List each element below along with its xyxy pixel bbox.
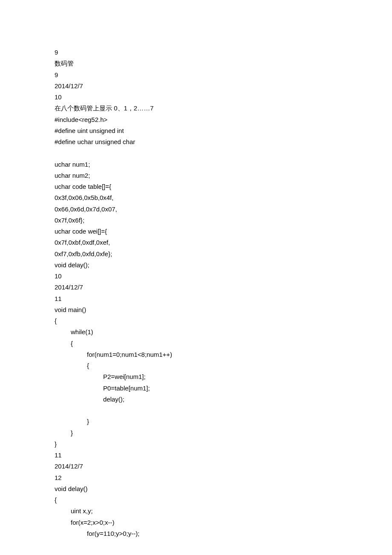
code-line: void delay(): [55, 483, 336, 494]
code-line: #define uchar unsigned char: [55, 136, 336, 147]
code-line: for(y=110;y>0;y--);: [55, 528, 336, 539]
code-line: 10: [55, 92, 336, 103]
code-line: {: [55, 494, 336, 506]
code-line: while(1): [55, 327, 336, 338]
code-line: P0=table[num1];: [55, 383, 336, 394]
code-line: void delay();: [55, 260, 336, 271]
code-line: P2=wei[num1];: [55, 371, 336, 382]
code-line: uchar code table[]={: [55, 181, 336, 192]
code-line: uint x,y;: [55, 506, 336, 517]
code-line: 11: [55, 450, 336, 461]
code-line: 11: [55, 293, 336, 304]
code-line: 2014/12/7: [55, 461, 336, 472]
code-line: for(x=2;x>0;x--): [55, 517, 336, 528]
code-line: uchar num1;: [55, 159, 336, 170]
code-line: 2014/12/7: [55, 282, 336, 293]
code-line: 9: [55, 69, 336, 81]
code-line: uchar code wei[]={: [55, 226, 336, 237]
code-line: 0x7f,0xbf,0xdf,0xef,: [55, 237, 336, 248]
code-line: void main(): [55, 304, 336, 315]
code-line: 0xf7,0xfb,0xfd,0xfe};: [55, 249, 336, 260]
code-line: #include<reg52.h>: [55, 114, 336, 125]
code-line: 数码管: [55, 58, 336, 69]
code-line: {: [55, 315, 336, 327]
code-line: }: [55, 416, 336, 427]
code-line: for(num1=0;num1<8;num1++): [55, 349, 336, 360]
code-line: {: [55, 360, 336, 371]
code-line: }: [55, 439, 336, 450]
document-page: 9数码管92014/12/710在八个数码管上显示 0、1，2……7#inclu…: [0, 0, 336, 539]
code-line: [55, 147, 336, 159]
code-line: }: [55, 428, 336, 439]
code-line: 12: [55, 472, 336, 483]
code-line: uchar num2;: [55, 170, 336, 181]
code-line: 9: [55, 47, 336, 58]
code-line: delay();: [55, 394, 336, 405]
code-line: 10: [55, 271, 336, 282]
code-line: 2014/12/7: [55, 81, 336, 92]
code-line: #define uint unsigned int: [55, 125, 336, 136]
code-line: 在八个数码管上显示 0、1，2……7: [55, 103, 336, 114]
code-line: 0x3f,0x06,0x5b,0x4f,: [55, 192, 336, 203]
code-line: [55, 405, 336, 416]
code-line: 0x7f,0x6f};: [55, 215, 336, 226]
code-line: 0x66,0x6d,0x7d,0x07,: [55, 204, 336, 215]
code-line: {: [55, 338, 336, 349]
